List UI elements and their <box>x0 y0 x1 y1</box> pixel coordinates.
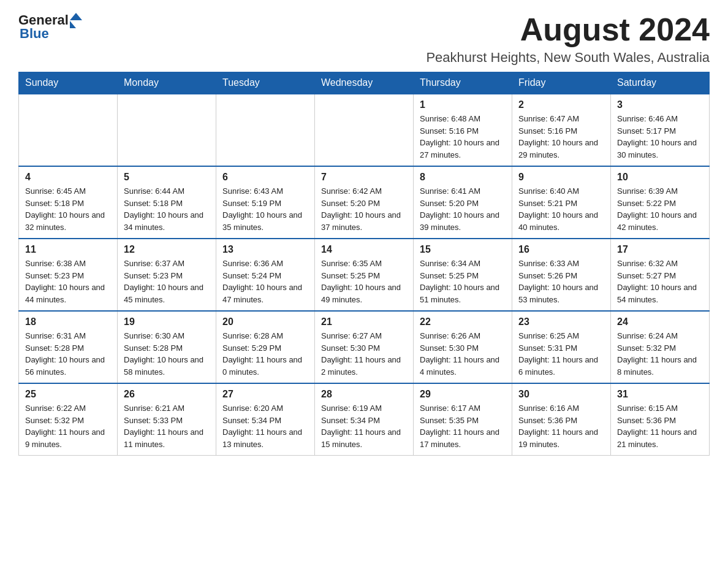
calendar-cell: 19Sunrise: 6:30 AMSunset: 5:28 PMDayligh… <box>118 311 216 383</box>
header-monday: Monday <box>118 72 216 94</box>
day-info: Sunrise: 6:40 AMSunset: 5:21 PMDaylight:… <box>518 185 604 233</box>
day-number: 15 <box>420 244 506 255</box>
calendar-cell: 28Sunrise: 6:19 AMSunset: 5:34 PMDayligh… <box>315 383 414 456</box>
day-number: 30 <box>518 389 604 400</box>
calendar-cell: 22Sunrise: 6:26 AMSunset: 5:30 PMDayligh… <box>414 311 512 383</box>
day-info: Sunrise: 6:48 AMSunset: 5:16 PMDaylight:… <box>420 113 506 161</box>
day-number: 20 <box>222 316 308 327</box>
day-info: Sunrise: 6:19 AMSunset: 5:34 PMDaylight:… <box>321 402 407 450</box>
calendar-cell: 15Sunrise: 6:34 AMSunset: 5:25 PMDayligh… <box>414 239 512 311</box>
day-number: 4 <box>25 172 111 183</box>
calendar-cell: 31Sunrise: 6:15 AMSunset: 5:36 PMDayligh… <box>611 383 710 456</box>
calendar-cell: 5Sunrise: 6:44 AMSunset: 5:18 PMDaylight… <box>118 166 216 239</box>
day-info: Sunrise: 6:39 AMSunset: 5:22 PMDaylight:… <box>617 185 703 233</box>
day-info: Sunrise: 6:36 AMSunset: 5:24 PMDaylight:… <box>222 258 308 305</box>
day-info: Sunrise: 6:34 AMSunset: 5:25 PMDaylight:… <box>420 258 506 305</box>
calendar-cell: 30Sunrise: 6:16 AMSunset: 5:36 PMDayligh… <box>512 383 611 456</box>
header-sunday: Sunday <box>19 72 118 94</box>
day-number: 23 <box>518 316 604 327</box>
day-number: 8 <box>420 172 506 183</box>
calendar-cell: 13Sunrise: 6:36 AMSunset: 5:24 PMDayligh… <box>216 239 315 311</box>
day-number: 5 <box>124 172 210 183</box>
day-number: 27 <box>222 389 308 400</box>
day-info: Sunrise: 6:17 AMSunset: 5:35 PMDaylight:… <box>420 402 506 450</box>
calendar-cell: 25Sunrise: 6:22 AMSunset: 5:32 PMDayligh… <box>19 383 118 456</box>
calendar-cell <box>315 94 414 166</box>
calendar-cell: 16Sunrise: 6:33 AMSunset: 5:26 PMDayligh… <box>512 239 611 311</box>
day-number: 17 <box>617 244 703 255</box>
day-number: 26 <box>124 389 210 400</box>
calendar-cell: 21Sunrise: 6:27 AMSunset: 5:30 PMDayligh… <box>315 311 414 383</box>
day-info: Sunrise: 6:35 AMSunset: 5:25 PMDaylight:… <box>321 258 407 305</box>
calendar-cell: 18Sunrise: 6:31 AMSunset: 5:28 PMDayligh… <box>19 311 118 383</box>
calendar-cell: 3Sunrise: 6:46 AMSunset: 5:17 PMDaylight… <box>611 94 710 166</box>
calendar-header-row: Sunday Monday Tuesday Wednesday Thursday… <box>19 72 710 94</box>
calendar-cell <box>216 94 315 166</box>
day-number: 29 <box>420 389 506 400</box>
day-info: Sunrise: 6:28 AMSunset: 5:29 PMDaylight:… <box>222 330 308 378</box>
day-info: Sunrise: 6:16 AMSunset: 5:36 PMDaylight:… <box>518 402 604 450</box>
day-info: Sunrise: 6:30 AMSunset: 5:28 PMDaylight:… <box>124 330 210 378</box>
header-tuesday: Tuesday <box>216 72 315 94</box>
location-title: Peakhurst Heights, New South Wales, Aust… <box>426 50 710 66</box>
calendar-cell: 17Sunrise: 6:32 AMSunset: 5:27 PMDayligh… <box>611 239 710 311</box>
day-number: 7 <box>321 172 407 183</box>
calendar-cell: 1Sunrise: 6:48 AMSunset: 5:16 PMDaylight… <box>414 94 512 166</box>
title-area: August 2024 Peakhurst Heights, New South… <box>426 12 710 66</box>
day-info: Sunrise: 6:38 AMSunset: 5:23 PMDaylight:… <box>25 258 111 305</box>
day-info: Sunrise: 6:33 AMSunset: 5:26 PMDaylight:… <box>518 258 604 305</box>
calendar-cell: 9Sunrise: 6:40 AMSunset: 5:21 PMDaylight… <box>512 166 611 239</box>
day-info: Sunrise: 6:45 AMSunset: 5:18 PMDaylight:… <box>25 185 111 233</box>
day-number: 6 <box>222 172 308 183</box>
calendar-row-4: 25Sunrise: 6:22 AMSunset: 5:32 PMDayligh… <box>19 383 710 456</box>
calendar-cell: 2Sunrise: 6:47 AMSunset: 5:16 PMDaylight… <box>512 94 611 166</box>
day-number: 11 <box>25 244 111 255</box>
day-number: 3 <box>617 99 703 110</box>
day-info: Sunrise: 6:24 AMSunset: 5:32 PMDaylight:… <box>617 330 703 378</box>
calendar-cell: 23Sunrise: 6:25 AMSunset: 5:31 PMDayligh… <box>512 311 611 383</box>
day-number: 22 <box>420 316 506 327</box>
day-info: Sunrise: 6:31 AMSunset: 5:28 PMDaylight:… <box>25 330 111 378</box>
day-number: 18 <box>25 316 111 327</box>
calendar-cell: 12Sunrise: 6:37 AMSunset: 5:23 PMDayligh… <box>118 239 216 311</box>
day-number: 31 <box>617 389 703 400</box>
logo-blue-text: Blue <box>20 26 49 42</box>
day-number: 1 <box>420 99 506 110</box>
page-header: General Blue August 2024 Peakhurst Heigh… <box>18 12 710 66</box>
calendar-table: Sunday Monday Tuesday Wednesday Thursday… <box>18 72 710 456</box>
day-info: Sunrise: 6:22 AMSunset: 5:32 PMDaylight:… <box>25 402 111 450</box>
calendar-cell: 7Sunrise: 6:42 AMSunset: 5:20 PMDaylight… <box>315 166 414 239</box>
calendar-row-2: 11Sunrise: 6:38 AMSunset: 5:23 PMDayligh… <box>19 239 710 311</box>
calendar-cell: 20Sunrise: 6:28 AMSunset: 5:29 PMDayligh… <box>216 311 315 383</box>
day-number: 19 <box>124 316 210 327</box>
day-number: 2 <box>518 99 604 110</box>
day-info: Sunrise: 6:21 AMSunset: 5:33 PMDaylight:… <box>124 402 210 450</box>
day-info: Sunrise: 6:42 AMSunset: 5:20 PMDaylight:… <box>321 185 407 233</box>
day-number: 16 <box>518 244 604 255</box>
day-number: 9 <box>518 172 604 183</box>
calendar-cell <box>118 94 216 166</box>
calendar-cell <box>19 94 118 166</box>
calendar-cell: 14Sunrise: 6:35 AMSunset: 5:25 PMDayligh… <box>315 239 414 311</box>
calendar-cell: 27Sunrise: 6:20 AMSunset: 5:34 PMDayligh… <box>216 383 315 456</box>
day-info: Sunrise: 6:25 AMSunset: 5:31 PMDaylight:… <box>518 330 604 378</box>
calendar-cell: 24Sunrise: 6:24 AMSunset: 5:32 PMDayligh… <box>611 311 710 383</box>
month-title: August 2024 <box>426 12 710 47</box>
day-number: 24 <box>617 316 703 327</box>
day-number: 12 <box>124 244 210 255</box>
header-thursday: Thursday <box>414 72 512 94</box>
calendar-cell: 10Sunrise: 6:39 AMSunset: 5:22 PMDayligh… <box>611 166 710 239</box>
calendar-row-3: 18Sunrise: 6:31 AMSunset: 5:28 PMDayligh… <box>19 311 710 383</box>
day-info: Sunrise: 6:44 AMSunset: 5:18 PMDaylight:… <box>124 185 210 233</box>
day-info: Sunrise: 6:47 AMSunset: 5:16 PMDaylight:… <box>518 113 604 161</box>
header-wednesday: Wednesday <box>315 72 414 94</box>
day-info: Sunrise: 6:43 AMSunset: 5:19 PMDaylight:… <box>222 185 308 233</box>
header-saturday: Saturday <box>611 72 710 94</box>
calendar-cell: 4Sunrise: 6:45 AMSunset: 5:18 PMDaylight… <box>19 166 118 239</box>
calendar-row-1: 4Sunrise: 6:45 AMSunset: 5:18 PMDaylight… <box>19 166 710 239</box>
day-number: 10 <box>617 172 703 183</box>
day-info: Sunrise: 6:20 AMSunset: 5:34 PMDaylight:… <box>222 402 308 450</box>
day-number: 14 <box>321 244 407 255</box>
calendar-cell: 26Sunrise: 6:21 AMSunset: 5:33 PMDayligh… <box>118 383 216 456</box>
day-info: Sunrise: 6:26 AMSunset: 5:30 PMDaylight:… <box>420 330 506 378</box>
